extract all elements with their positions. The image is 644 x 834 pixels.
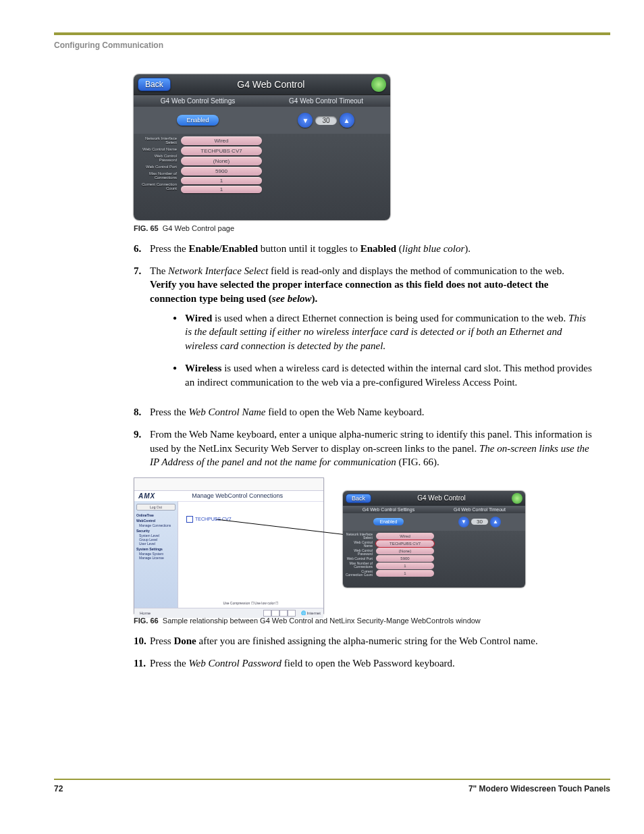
fig66-mini-panel: Back G4 Web Control G4 Web Control Setti… [343,491,525,588]
mini-field-interface: Wired [376,533,434,540]
nav-item-manage-connections[interactable]: Manage Connections [139,523,176,527]
fig65-control-row: Enabled ▼ 30 ▲ [134,107,390,134]
status-internet: 🌐 Internet [301,610,321,615]
field-web-control-port[interactable]: 5900 [181,167,262,176]
status-home: Home [140,611,151,615]
nav-group-online[interactable]: OnlineTree [136,513,176,517]
section-header: Configuring Communication [54,41,163,50]
page-number: 72 [54,784,63,793]
panel-link[interactable]: TECHPUBS CV7 [186,516,232,523]
logout-button[interactable]: Log Out [136,504,176,511]
mini-timeout-value: 30 [471,519,488,525]
field-network-interface: Wired [181,136,262,145]
label-web-control-port: Web Control Port [136,165,177,169]
mini-timeout-increase[interactable]: ▲ [490,517,501,527]
mini-field-max[interactable]: 1 [376,563,434,569]
fig65-tabs: G4 Web Control Settings G4 Web Control T… [134,95,390,107]
fig65-caption: FIG. 65 G4 Web Control page [134,224,593,232]
step-8: 8. Press the Web Control Name field to o… [134,405,593,419]
amx-pane: TECHPUBS CV7 Use Compression ☐ Use low c… [178,501,323,608]
amx-statusbar: Home 🌐 Internet [134,608,323,618]
main-content: Back G4 Web Control G4 Web Control Setti… [134,74,593,678]
amx-window: AMX Manage WebControl Connections Log Ou… [134,477,324,614]
fig66-composite: AMX Manage WebControl Connections Log Ou… [134,477,525,613]
field-web-control-name[interactable]: TECHPUBS CV7 [181,147,262,155]
mini-field-port[interactable]: 5900 [376,555,434,562]
timeout-increase-button[interactable]: ▲ [340,113,354,128]
bullet-wired: Wired is used when a direct Ethernet con… [173,311,593,353]
mini-enabled-button[interactable]: Enabled [373,518,404,525]
bullet-wireless: Wireless is used when a wireless card is… [173,361,593,389]
amx-logo-text: AMX [138,492,155,500]
step-7: 7. The Network Interface Select field is… [134,264,593,398]
fig65-title: G4 Web Control [171,79,371,90]
amx-main: Log Out OnlineTree WebControl Manage Con… [134,501,323,608]
fig65-panel: Back G4 Web Control G4 Web Control Setti… [134,74,390,220]
back-button[interactable]: Back [138,78,171,91]
nav-item-user-level[interactable]: User Level [139,542,176,546]
step-9: 9. From the Web Name keyboard, enter a u… [134,427,593,469]
tab-settings[interactable]: G4 Web Control Settings [134,95,262,107]
label-current-connections: Current Connection Count [136,182,177,190]
enabled-button[interactable]: Enabled [177,115,218,126]
mini-field-name[interactable]: TECHPUBS CV7 [376,540,434,547]
mini-tab-settings[interactable]: G4 Web Control Settings [343,506,434,513]
steps-list-2: 10. Press Done after you are finished as… [134,634,593,670]
field-web-control-password[interactable]: (None) [181,157,262,165]
bullets: Wired is used when a direct Ethernet con… [173,311,593,389]
mini-timeout-decrease[interactable]: ▼ [458,517,469,527]
amx-logo-icon [371,77,386,92]
step-11: 11. Press the Web Control Password field… [134,656,593,671]
tab-timeout[interactable]: G4 Web Control Timeout [262,95,390,107]
step-6: 6. Press the Enable/Enabled button until… [134,242,593,256]
amx-sidebar: Log Out OnlineTree WebControl Manage Con… [134,501,178,608]
mini-field-password[interactable]: (None) [376,548,434,554]
label-max-connections: Max Number of Connections [136,172,177,180]
fig65-fields: Wired TECHPUBS CV7 (None) 5900 1 1 [178,134,265,220]
step-10: 10. Press Done after you are finished as… [134,634,593,648]
label-network-interface: Network Interface Select [136,136,177,145]
fig65-titlebar: Back G4 Web Control [134,74,390,95]
nav-group-system[interactable]: System Settings [136,547,176,551]
fig65-body: Network Interface Select Web Control Nam… [134,134,390,220]
page: { "header": { "section": "Configuring Co… [0,0,644,834]
mini-back-button[interactable]: Back [346,494,371,503]
nav-group-webcontrol[interactable]: WebControl [136,519,176,523]
amx-title: Manage WebControl Connections [155,492,319,499]
amx-header: AMX Manage WebControl Connections [134,491,323,501]
timeout-value: 30 [315,116,336,125]
footer-doc-title: 7" Modero Widescreen Touch Panels [468,784,610,793]
field-max-connections[interactable]: 1 [181,177,262,184]
fig65-labels: Network Interface Select Web Control Nam… [134,134,178,220]
compression-options[interactable]: Use Compression ☐ Use low color ☐ [178,601,323,605]
mini-field-current: 1 [376,570,434,577]
mini-title: G4 Web Control [371,494,512,502]
amx-browser-chrome [134,478,323,491]
nav-item-manage-license[interactable]: Manage License [139,556,176,560]
timeout-decrease-button[interactable]: ▼ [298,113,313,128]
field-current-connections: 1 [181,186,262,193]
mini-tab-timeout[interactable]: G4 Web Control Timeout [434,506,525,513]
footer-rule [54,779,610,780]
mini-amx-logo-icon [512,493,522,504]
steps-list: 6. Press the Enable/Enabled button until… [134,242,593,469]
label-web-control-password: Web Control Password [136,154,177,162]
label-web-control-name: Web Control Name [136,147,177,151]
header-rule [54,32,610,35]
status-cells [263,610,296,617]
nav-group-security[interactable]: Security [136,529,176,533]
